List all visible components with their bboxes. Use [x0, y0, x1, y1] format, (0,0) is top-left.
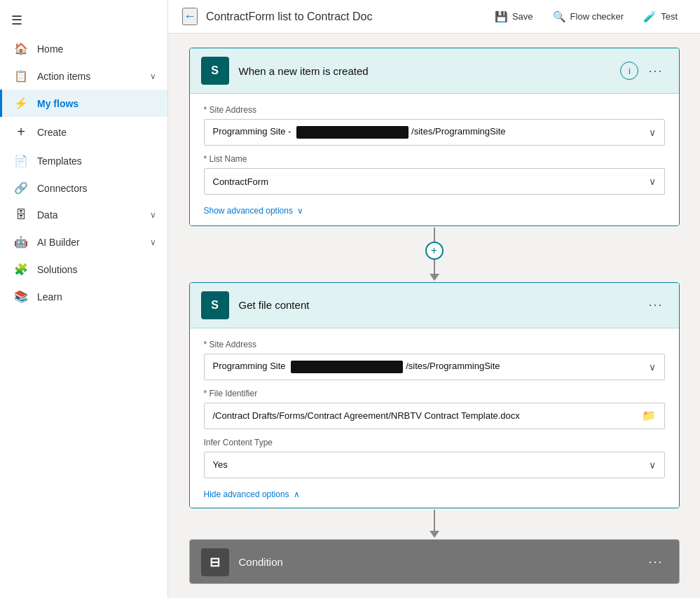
sidebar-item-solutions[interactable]: 🧩 Solutions: [0, 256, 167, 283]
flow-canvas: S When a new item is created i ··· * Sit…: [168, 34, 700, 598]
sidebar-item-home[interactable]: 🏠 Home: [0, 35, 167, 62]
sidebar-item-templates-label: Templates: [37, 155, 156, 167]
file-id-input[interactable]: /Contract Drafts/Forms/Contract Agreemen…: [204, 403, 665, 429]
templates-icon: 📄: [13, 154, 29, 167]
trigger-card-body: * Site Address Programming Site - /sites…: [190, 94, 679, 226]
site-address-redacted-1: [296, 126, 409, 139]
trigger-icon-box: S: [201, 57, 229, 85]
file-id-value: /Contract Drafts/Forms/Contract Agreemen…: [213, 410, 642, 421]
connector-line-1b: [434, 260, 435, 274]
header: ← ContractForm list to Contract Doc 💾 Sa…: [168, 0, 700, 34]
flow-checker-label: Flow checker: [570, 11, 624, 22]
condition-card: ⊟ Condition ···: [189, 539, 680, 584]
more-icon: ···: [648, 64, 663, 78]
add-step-button-1[interactable]: +: [425, 242, 444, 260]
sidebar-item-action-items[interactable]: 📋 Action items ∨: [0, 62, 167, 90]
list-name-chevron-1: ∨: [649, 176, 656, 187]
trigger-card-title: When a new item is created: [239, 65, 621, 77]
condition-icon: ⊟: [210, 555, 220, 570]
connectors-icon: 🔗: [13, 181, 29, 195]
sidebar-item-ai-builder[interactable]: 🤖 AI Builder ∨: [0, 228, 167, 256]
sidebar-item-create-label: Create: [37, 127, 156, 138]
back-button[interactable]: ←: [182, 8, 198, 25]
hide-advanced-label-2: Hide advanced options: [204, 489, 289, 499]
condition-card-title: Condition: [239, 556, 645, 568]
get-file-card-actions: ···: [644, 296, 667, 314]
trigger-more-button[interactable]: ···: [644, 62, 667, 80]
get-file-more-button[interactable]: ···: [644, 296, 667, 314]
data-chevron: ∨: [150, 210, 156, 220]
sidebar-item-data[interactable]: 🗄 Data ∨: [0, 202, 167, 228]
infer-content-chevron: ∨: [649, 459, 656, 471]
get-file-card-body: * Site Address Programming Site /sites/P…: [190, 328, 679, 508]
data-icon: 🗄: [13, 209, 29, 221]
file-id-label: * File Identifier: [204, 389, 665, 398]
get-file-more-icon: ···: [648, 298, 663, 312]
trigger-info-button[interactable]: i: [620, 62, 638, 80]
main-area: ← ContractForm list to Contract Doc 💾 Sa…: [168, 0, 700, 598]
trigger-card: S When a new item is created i ··· * Sit…: [189, 48, 680, 226]
flow-checker-button[interactable]: 🔍 Flow checker: [544, 6, 633, 27]
sidebar-item-connectors[interactable]: 🔗 Connectors: [0, 174, 167, 202]
site-address-label-1: * Site Address: [204, 105, 665, 115]
sidebar-item-solutions-label: Solutions: [37, 264, 156, 275]
condition-icon-box: ⊟: [201, 548, 229, 576]
site-address-chevron-1: ∨: [649, 127, 656, 138]
my-flows-icon: ⚡: [13, 97, 29, 110]
get-file-card: S Get file content ··· * Site Address Pr…: [189, 282, 680, 508]
connector-line-2a: [434, 510, 435, 531]
sidebar-item-data-label: Data: [37, 209, 150, 221]
ai-builder-icon: 🤖: [13, 235, 29, 249]
sidebar-item-my-flows-label: My flows: [37, 98, 156, 109]
get-file-icon-letter: S: [211, 299, 219, 312]
sidebar-item-ai-builder-label: AI Builder: [37, 237, 150, 248]
test-button[interactable]: 🧪 Test: [635, 6, 686, 27]
show-advanced-options-1[interactable]: Show advanced options ∨: [204, 206, 665, 216]
hamburger-button[interactable]: ☰: [0, 6, 167, 35]
header-actions: 💾 Save 🔍 Flow checker 🧪 Test: [486, 6, 686, 27]
sidebar-item-connectors-label: Connectors: [37, 183, 156, 194]
action-items-chevron: ∨: [150, 71, 156, 81]
ai-builder-chevron: ∨: [150, 237, 156, 247]
list-name-dropdown-1[interactable]: ContractForm ∨: [204, 168, 665, 195]
list-name-value-1: ContractForm: [213, 176, 643, 187]
sidebar-item-home-label: Home: [37, 43, 156, 55]
connector-2: [430, 510, 439, 538]
create-icon: +: [13, 124, 29, 140]
connector-1: +: [425, 228, 444, 281]
sidebar-item-templates[interactable]: 📄 Templates: [0, 147, 167, 174]
sidebar-item-learn[interactable]: 📚 Learn: [0, 283, 167, 310]
sidebar-item-my-flows[interactable]: ⚡ My flows: [0, 90, 167, 117]
trigger-icon-letter: S: [211, 64, 219, 77]
condition-more-button[interactable]: ···: [644, 553, 667, 571]
site-address-dropdown-1[interactable]: Programming Site - /sites/ProgrammingSit…: [204, 119, 665, 146]
infer-content-value: Yes: [213, 459, 643, 470]
test-label: Test: [661, 11, 678, 22]
sidebar: ☰ 🏠 Home 📋 Action items ∨ ⚡ My flows + C…: [0, 0, 168, 598]
trigger-card-header: S When a new item is created i ···: [190, 48, 679, 94]
infer-content-label: Infer Content Type: [204, 438, 665, 447]
site-address-dropdown-2[interactable]: Programming Site /sites/ProgrammingSite …: [204, 354, 665, 380]
learn-icon: 📚: [13, 290, 29, 303]
action-items-icon: 📋: [13, 69, 29, 83]
site-address-redacted-2: [291, 361, 403, 373]
site-address-value-2: Programming Site /sites/ProgrammingSite: [213, 361, 643, 373]
solutions-icon: 🧩: [13, 263, 29, 276]
connector-arrow-2: [430, 531, 439, 538]
page-title: ContractForm list to Contract Doc: [206, 11, 486, 23]
site-address-chevron-2: ∨: [649, 361, 656, 373]
sidebar-item-create[interactable]: + Create: [0, 117, 167, 147]
condition-card-header: ⊟ Condition ···: [190, 540, 679, 584]
site-address-label-2: * Site Address: [204, 340, 665, 349]
flow-checker-icon: 🔍: [553, 11, 566, 23]
save-button[interactable]: 💾 Save: [486, 6, 542, 27]
infer-content-dropdown[interactable]: Yes ∨: [204, 452, 665, 478]
hide-advanced-options-2[interactable]: Hide advanced options ∧: [204, 489, 665, 499]
sidebar-item-action-items-label: Action items: [37, 71, 150, 82]
get-file-card-header: S Get file content ···: [190, 283, 679, 328]
hide-advanced-chevron-2: ∧: [294, 489, 300, 499]
back-icon: ←: [184, 9, 196, 24]
sidebar-item-learn-label: Learn: [37, 291, 156, 303]
home-icon: 🏠: [13, 42, 29, 55]
info-icon: i: [629, 66, 631, 76]
